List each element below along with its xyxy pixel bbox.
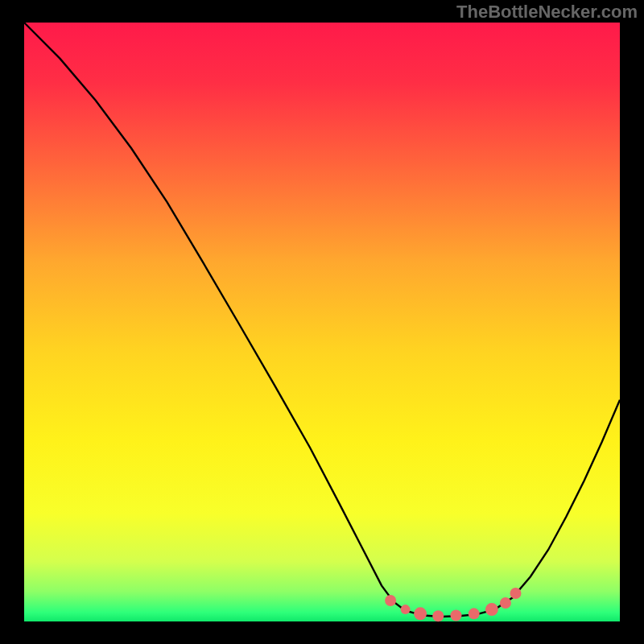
- marker-point: [385, 595, 396, 606]
- marker-point: [401, 605, 411, 614]
- marker-point: [485, 603, 498, 616]
- chart-container: { "watermark": "TheBottleNecker.com", "c…: [0, 0, 644, 644]
- watermark-text: TheBottleNecker.com: [456, 2, 638, 23]
- marker-point: [451, 610, 462, 621]
- plot-background: [24, 23, 620, 621]
- bottleneck-chart: [0, 0, 644, 644]
- marker-point: [500, 597, 511, 609]
- marker-point: [469, 608, 480, 619]
- marker-point: [510, 588, 522, 599]
- marker-point: [414, 607, 427, 620]
- marker-point: [432, 610, 444, 621]
